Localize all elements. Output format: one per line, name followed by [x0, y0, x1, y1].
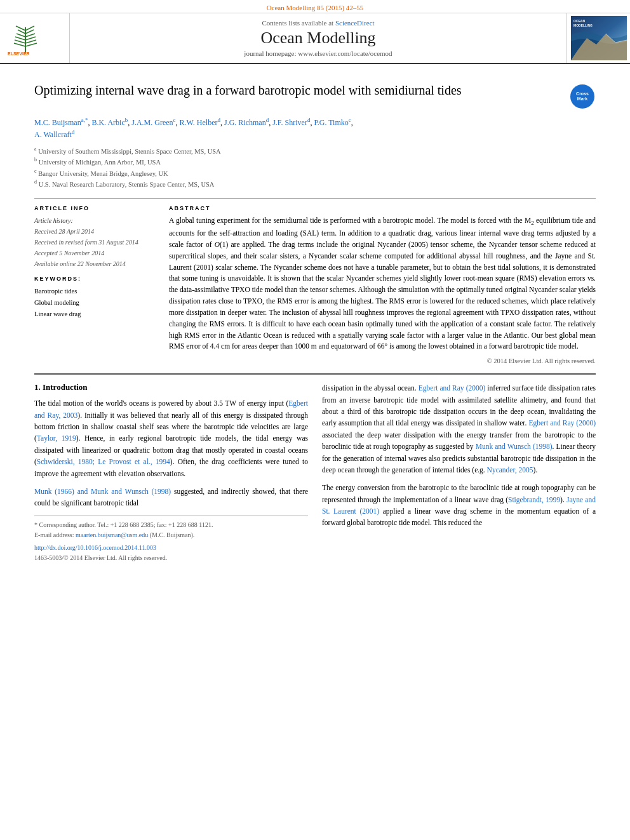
ref-stigebrandt[interactable]: Stigebrandt, 1999	[508, 496, 560, 503]
ref-egbert-ray-2003[interactable]: Egbert and Ray, 2003	[34, 399, 308, 418]
keywords-section: Keywords: Barotropic tides Global modeli…	[34, 276, 155, 320]
ref-munk-wunsch[interactable]: Munk (1966) and Munk and Wunsch (1998)	[34, 488, 171, 495]
abstract-heading: ABSTRACT	[169, 205, 596, 211]
footnote-corresponding: * Corresponding author. Tel.: +1 228 688…	[34, 520, 308, 530]
sciencedirect-link[interactable]: ScienceDirect	[335, 19, 375, 27]
journal-header: ELSEVIER Contents lists available at Sci…	[0, 13, 630, 64]
abstract-text: A global tuning experiment for the semid…	[169, 215, 596, 352]
body-divider	[34, 373, 596, 375]
author-wallcraft[interactable]: A. Wallcraft	[34, 130, 72, 139]
author-shriver[interactable]: J.F. Shriver	[272, 118, 307, 127]
section1-title: 1. Introduction	[34, 382, 308, 392]
author-helber[interactable]: R.W. Helber	[180, 118, 218, 127]
journal-homepage: journal homepage: www.elsevier.com/locat…	[244, 50, 392, 57]
journal-citation-bar: Ocean Modelling 85 (2015) 42–55	[0, 0, 630, 13]
crossmark-badge[interactable]: CrossMark	[570, 84, 596, 110]
article-info-col: ARTICLE INFO Article history: Received 2…	[34, 205, 155, 364]
author-arbic[interactable]: B.K. Arbic	[91, 118, 124, 127]
body-para-4: The energy conversion from the barotropi…	[322, 482, 596, 529]
journal-cover-image: OCEAN MODELLING	[566, 13, 630, 63]
ref-nycander-2005[interactable]: Nycander, 2005	[487, 466, 533, 474]
article-history: Article history: Received 28 April 2014 …	[34, 215, 155, 269]
journal-title: Ocean Modelling	[260, 29, 375, 48]
journal-citation: Ocean Modelling 85 (2015) 42–55	[267, 4, 364, 11]
elsevier-logo: ELSEVIER	[6, 21, 64, 56]
body-para-3: dissipation in the abyssal ocean. Egbert…	[322, 382, 596, 476]
ref-munk-wunsch-1998[interactable]: Munk and Wunsch (1998)	[476, 443, 553, 450]
article-info-abstract: ARTICLE INFO Article history: Received 2…	[34, 205, 596, 364]
issn-line: 1463-5003/© 2014 Elsevier Ltd. All right…	[34, 553, 308, 563]
sciencedirect-link-text: Contents lists available at ScienceDirec…	[262, 19, 374, 27]
body-para-1: The tidal motion of the world's oceans i…	[34, 397, 308, 479]
page: Ocean Modelling 85 (2015) 42–55	[0, 0, 630, 840]
svg-rect-0	[6, 21, 64, 56]
ref-schwiderski[interactable]: Schwiderski, 1980; Le Provost et al., 19…	[37, 458, 170, 465]
doi-line: http://dx.doi.org/10.1016/j.ocemod.2014.…	[34, 543, 308, 553]
article-title-section: Optimizing internal wave drag in a forwa…	[34, 82, 596, 110]
body-col-left: 1. Introduction The tidal motion of the …	[34, 382, 308, 563]
section-divider	[34, 198, 596, 199]
email-link[interactable]: maarten.buijsman@usm.edu	[76, 531, 148, 538]
authors-list: M.C. Buijsmana,*, B.K. Arbicb, J.A.M. Gr…	[34, 116, 596, 140]
ref-egbert-ray-2000a[interactable]: Egbert and Ray (2000)	[419, 384, 486, 392]
body-para-2: Munk (1966) and Munk and Wunsch (1998) s…	[34, 486, 308, 509]
main-content: Optimizing internal wave drag in a forwa…	[0, 64, 630, 572]
copyright-line: © 2014 Elsevier Ltd. All rights reserved…	[169, 357, 596, 364]
ocean-modelling-cover: OCEAN MODELLING	[571, 16, 627, 60]
ref-taylor-1919[interactable]: Taylor, 1919	[37, 434, 76, 442]
author-green[interactable]: J.A.M. Green	[131, 118, 173, 127]
ref-egbert-ray-2000b[interactable]: Egbert and Ray (2000)	[528, 419, 596, 427]
elsevier-logo-container: ELSEVIER	[0, 13, 70, 63]
crossmark-icon[interactable]: CrossMark	[570, 84, 594, 109]
abstract-col: ABSTRACT A global tuning experiment for …	[169, 205, 596, 364]
keywords-heading: Keywords:	[34, 276, 155, 282]
journal-header-center: Contents lists available at ScienceDirec…	[70, 13, 566, 63]
author-buijsman[interactable]: M.C. Buijsman	[34, 118, 81, 127]
footnote-email: E-mail address: maarten.buijsman@usm.edu…	[34, 530, 308, 540]
doi-link[interactable]: http://dx.doi.org/10.1016/j.ocemod.2014.…	[34, 544, 156, 551]
article-title: Optimizing internal wave drag in a forwa…	[34, 82, 561, 98]
svg-text:ELSEVIER: ELSEVIER	[8, 51, 30, 56]
svg-text:OCEAN: OCEAN	[573, 19, 585, 23]
affiliations-list: a University of Southern Mississippi, St…	[34, 145, 596, 189]
article-info-heading: ARTICLE INFO	[34, 205, 155, 211]
body-col-right: dissipation in the abyssal ocean. Egbert…	[322, 382, 596, 563]
keywords-list: Barotropic tides Global modeling Linear …	[34, 286, 155, 320]
body-content: 1. Introduction The tidal motion of the …	[34, 382, 596, 563]
author-timko[interactable]: P.G. Timko	[314, 118, 348, 127]
author-richman[interactable]: J.G. Richman	[224, 118, 266, 127]
footnote-area: * Corresponding author. Tel.: +1 228 688…	[34, 516, 308, 563]
svg-text:MODELLING: MODELLING	[573, 23, 593, 27]
